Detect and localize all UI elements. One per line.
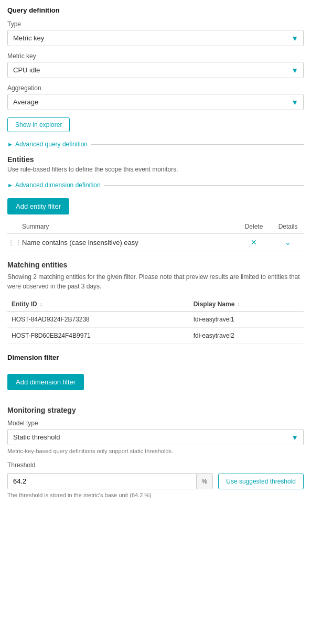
type-label: Type [7,20,304,28]
page-title: Query definition [7,6,304,14]
entity-id-cell: HOST-84AD9324F2B73238 [7,312,189,328]
type-select[interactable]: Metric key [7,30,304,46]
aggregation-label: Aggregation [7,84,304,92]
aggregation-select-wrapper: Average ▼ [7,94,304,110]
threshold-row: % Use suggested threshold [7,473,304,489]
advanced-query-chevron-icon: ► [7,141,13,147]
entity-id-sort-icon[interactable]: ↕ [40,302,42,307]
entities-title: Entities [7,155,304,164]
delete-col-header: Delete [235,223,272,230]
delete-icon[interactable]: ✕ [251,238,257,246]
advanced-query-label: Advanced query definition [15,141,88,148]
advanced-query-toggle[interactable]: ► Advanced query definition [7,141,304,148]
metric-key-select-wrapper: CPU idle ▼ [7,62,304,78]
filter-summary-cell: Name contains (case insensitive) easy [22,239,235,246]
threshold-input-wrapper: % [7,473,213,489]
model-type-select[interactable]: Static threshold [7,429,304,445]
drag-col-header [7,223,22,230]
entity-table-row: HOST-84AD9324F2B73238 fdi-easytravel1 [7,312,304,328]
add-entity-filter-button[interactable]: Add entity filter [7,198,69,214]
entities-description: Use rule-based filters to define the sco… [7,166,304,173]
drag-handle-icon[interactable]: ⋮⋮ [7,238,22,246]
display-name-cell: fdi-easytravel1 [189,312,304,328]
threshold-unit: % [196,474,213,489]
filter-table-header: Summary Delete Details [7,220,304,234]
show-in-explorer-button[interactable]: Show in explorer [7,117,70,132]
metric-key-label: Metric key [7,52,304,60]
advanced-query-divider [91,144,304,145]
dimension-filter-section: Dimension filter Add dimension filter [7,353,304,395]
entity-id-col-header: Entity ID ↕ [7,297,189,312]
filter-table-row: ⋮⋮ Name contains (case insensitive) easy… [7,234,304,251]
filter-delete-cell: ✕ [235,238,272,246]
monitoring-strategy-section: Monitoring strategy Model type Static th… [7,406,304,498]
advanced-dimension-chevron-icon: ► [7,182,13,188]
entity-id-cell: HOST-F8D60EB24F4B9971 [7,328,189,344]
entity-table: Entity ID ↕ Display Name ↕ HOST-84AD9324… [7,297,304,344]
display-name-col-header: Display Name ↕ [189,297,304,312]
matching-entities-section: Matching entities Showing 2 matching ent… [7,261,304,344]
display-name-cell: fdi-easytravel2 [189,328,304,344]
use-suggested-threshold-button[interactable]: Use suggested threshold [218,474,304,489]
threshold-input[interactable] [8,474,196,489]
threshold-label: Threshold [7,461,304,469]
advanced-dimension-label: Advanced dimension definition [15,181,101,189]
matching-entities-description: Showing 2 matching entities for the give… [7,272,304,291]
dimension-filter-title: Dimension filter [7,353,304,361]
entity-table-row: HOST-F8D60EB24F4B9971 fdi-easytravel2 [7,328,304,344]
expand-icon[interactable]: ⌄ [285,238,291,246]
advanced-dimension-divider [104,185,304,186]
display-name-sort-icon[interactable]: ↕ [238,302,240,307]
threshold-note: The threshold is stored in the metric's … [7,492,304,498]
model-type-label: Model type [7,420,304,427]
entities-section: Entities Use rule-based filters to defin… [7,155,304,251]
monitoring-strategy-title: Monitoring strategy [7,406,304,414]
summary-col-header: Summary [22,223,235,230]
model-type-select-wrapper: Static threshold ▼ [7,429,304,445]
filter-details-cell: ⌄ [272,238,304,246]
metric-key-select[interactable]: CPU idle [7,62,304,78]
details-col-header: Details [272,223,304,230]
advanced-dimension-toggle[interactable]: ► Advanced dimension definition [7,181,304,189]
type-select-wrapper: Metric key ▼ [7,30,304,46]
add-dimension-filter-button[interactable]: Add dimension filter [7,374,84,390]
model-type-hint: Metric-key-based query definitions only … [7,448,304,454]
matching-entities-title: Matching entities [7,261,304,269]
aggregation-select[interactable]: Average [7,94,304,110]
